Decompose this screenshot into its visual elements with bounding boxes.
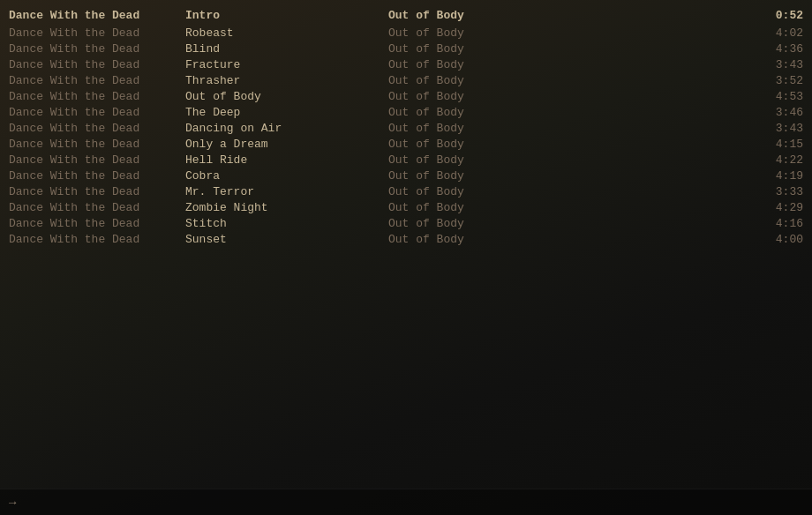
track-album: Out of Body	[388, 90, 750, 103]
track-row[interactable]: Dance With the DeadStitchOut of Body4:16	[0, 215, 812, 231]
track-album: Out of Body	[388, 233, 750, 246]
track-row[interactable]: Dance With the DeadZombie NightOut of Bo…	[0, 199, 812, 215]
track-album: Out of Body	[388, 106, 750, 119]
track-duration: 4:22	[750, 153, 803, 167]
track-artist: Dance With the Dead	[9, 217, 185, 230]
track-title: Sunset	[185, 233, 388, 246]
track-artist: Dance With the Dead	[9, 233, 185, 246]
track-duration: 3:33	[750, 185, 803, 198]
track-artist: Dance With the Dead	[9, 26, 185, 40]
track-duration: 3:52	[750, 74, 803, 87]
header-artist: Dance With the Dead	[9, 9, 185, 22]
track-row[interactable]: Dance With the DeadRobeastOut of Body4:0…	[0, 25, 812, 41]
track-artist: Dance With the Dead	[9, 90, 185, 103]
track-album: Out of Body	[388, 217, 750, 230]
track-duration: 4:15	[750, 138, 803, 151]
track-album: Out of Body	[388, 201, 750, 214]
track-artist: Dance With the Dead	[9, 106, 185, 119]
bottom-bar: →	[0, 489, 812, 515]
track-title: Mr. Terror	[185, 185, 388, 198]
track-title: Thrasher	[185, 74, 388, 87]
track-duration: 4:00	[750, 233, 803, 246]
track-title: Dancing on Air	[185, 122, 388, 135]
track-duration: 4:53	[750, 90, 803, 103]
track-title: Fracture	[185, 58, 388, 71]
track-duration: 4:29	[750, 201, 803, 214]
track-row[interactable]: Dance With the DeadSunsetOut of Body4:00	[0, 231, 812, 247]
header-album: Out of Body	[388, 9, 750, 22]
track-title: The Deep	[185, 106, 388, 119]
track-row[interactable]: Dance With the DeadBlindOut of Body4:36	[0, 41, 812, 56]
track-album: Out of Body	[388, 26, 750, 40]
track-title: Robeast	[185, 26, 388, 40]
track-duration: 4:19	[750, 169, 803, 183]
track-duration: 4:02	[750, 26, 803, 40]
arrow-icon: →	[9, 496, 16, 510]
track-list-header: Dance With the Dead Intro Out of Body 0:…	[0, 7, 812, 23]
track-title: Out of Body	[185, 90, 388, 103]
track-row[interactable]: Dance With the DeadHell RideOut of Body4…	[0, 152, 812, 168]
track-album: Out of Body	[388, 153, 750, 167]
track-row[interactable]: Dance With the DeadCobraOut of Body4:19	[0, 168, 812, 183]
track-artist: Dance With the Dead	[9, 153, 185, 167]
track-title: Zombie Night	[185, 201, 388, 214]
track-album: Out of Body	[388, 74, 750, 87]
track-row[interactable]: Dance With the DeadFractureOut of Body3:…	[0, 56, 812, 72]
track-title: Only a Dream	[185, 138, 388, 151]
track-row[interactable]: Dance With the DeadMr. TerrorOut of Body…	[0, 183, 812, 199]
track-album: Out of Body	[388, 169, 750, 183]
track-title: Stitch	[185, 217, 388, 230]
track-album: Out of Body	[388, 58, 750, 71]
track-album: Out of Body	[388, 138, 750, 151]
track-artist: Dance With the Dead	[9, 138, 185, 151]
track-artist: Dance With the Dead	[9, 42, 185, 56]
track-artist: Dance With the Dead	[9, 201, 185, 214]
track-artist: Dance With the Dead	[9, 122, 185, 135]
track-row[interactable]: Dance With the DeadThrasherOut of Body3:…	[0, 72, 812, 88]
track-artist: Dance With the Dead	[9, 58, 185, 71]
track-row[interactable]: Dance With the DeadThe DeepOut of Body3:…	[0, 104, 812, 120]
track-title: Hell Ride	[185, 153, 388, 167]
track-album: Out of Body	[388, 185, 750, 198]
track-row[interactable]: Dance With the DeadOnly a DreamOut of Bo…	[0, 136, 812, 152]
track-duration: 4:16	[750, 217, 803, 230]
track-artist: Dance With the Dead	[9, 169, 185, 183]
track-duration: 3:43	[750, 58, 803, 71]
track-artist: Dance With the Dead	[9, 185, 185, 198]
header-duration: 0:52	[750, 9, 803, 22]
header-title: Intro	[185, 9, 388, 22]
track-title: Cobra	[185, 169, 388, 183]
track-duration: 3:46	[750, 106, 803, 119]
track-album: Out of Body	[388, 122, 750, 135]
track-duration: 3:43	[750, 122, 803, 135]
track-duration: 4:36	[750, 42, 803, 56]
track-album: Out of Body	[388, 42, 750, 56]
track-artist: Dance With the Dead	[9, 74, 185, 87]
track-row[interactable]: Dance With the DeadDancing on AirOut of …	[0, 120, 812, 136]
track-row[interactable]: Dance With the DeadOut of BodyOut of Bod…	[0, 88, 812, 104]
track-list: Dance With the Dead Intro Out of Body 0:…	[0, 0, 812, 254]
track-title: Blind	[185, 42, 388, 56]
